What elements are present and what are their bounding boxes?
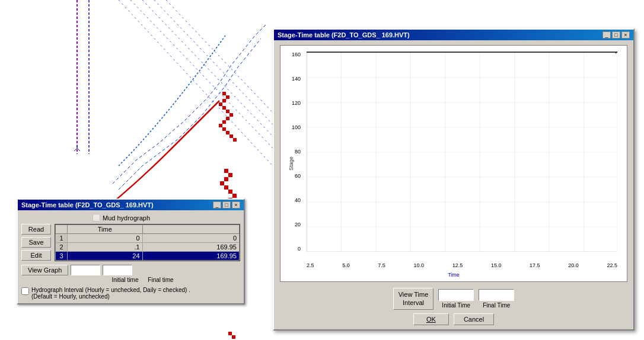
small-dialog-minimize-button[interactable]: _ xyxy=(213,201,221,209)
small-dialog-title: Stage-Time table (F2D_TO_GDS_ 169.HVT) xyxy=(21,201,154,209)
svg-rect-13 xyxy=(226,131,229,134)
x-label-17.5: 17.5 xyxy=(530,262,540,268)
svg-rect-10 xyxy=(222,120,226,124)
mud-hydrograph-checkbox[interactable] xyxy=(93,214,100,222)
main-dialog-minimize-button[interactable]: _ xyxy=(602,31,611,39)
small-buttons-group: Read Save Edit xyxy=(21,224,51,261)
svg-rect-12 xyxy=(222,127,226,131)
svg-rect-33 xyxy=(228,332,232,335)
x-label-22.5: 22.5 xyxy=(607,262,617,268)
save-button[interactable]: Save xyxy=(21,237,51,248)
final-time-input[interactable] xyxy=(479,289,514,301)
svg-rect-26 xyxy=(224,177,228,181)
view-time-interval-button[interactable]: View TimeInterval xyxy=(393,288,434,310)
main-dialog-close-button[interactable]: × xyxy=(621,31,630,39)
row-val-3: 169.95 xyxy=(142,252,239,261)
table-row: 2 .1 169.95 xyxy=(56,243,240,252)
hydrograph-interval-label: Hydrograph Interval (Hourly = unchecked,… xyxy=(31,287,190,300)
mud-hydrograph-row: Mud hydrograph xyxy=(93,214,240,222)
svg-rect-4 xyxy=(222,99,226,102)
svg-rect-30 xyxy=(232,194,237,198)
svg-rect-3 xyxy=(226,95,229,99)
main-dialog: Stage-Time table (F2D_TO_GDS_ 169.HVT) _… xyxy=(273,28,635,331)
chart-svg xyxy=(307,52,617,252)
final-time-input-small[interactable] xyxy=(103,265,132,275)
small-dialog: Stage-Time table (F2D_TO_GDS_ 169.HVT) _… xyxy=(17,198,245,304)
svg-rect-27 xyxy=(220,181,224,185)
svg-rect-34 xyxy=(232,335,235,339)
col-header-value xyxy=(142,225,239,234)
row-time-3: 24 xyxy=(68,252,143,261)
row-val-1: 0 xyxy=(142,234,239,243)
svg-rect-29 xyxy=(228,190,232,194)
x-label-10.0: 10.0 xyxy=(414,262,425,268)
y-label-80: 80 xyxy=(295,149,301,155)
svg-rect-6 xyxy=(222,106,226,110)
row-time-1: 0 xyxy=(68,234,143,243)
y-label-140: 140 xyxy=(292,76,301,82)
svg-rect-28 xyxy=(224,185,228,190)
small-dialog-close-button[interactable]: × xyxy=(232,201,240,209)
table-row: 1 0 0 xyxy=(56,234,240,243)
small-dialog-titlebar: Stage-Time table (F2D_TO_GDS_ 169.HVT) _… xyxy=(18,200,244,210)
view-graph-row: View Graph xyxy=(21,265,240,275)
y-label-100: 100 xyxy=(292,124,301,130)
row-time-2: .1 xyxy=(68,243,143,252)
data-table-container: Time 1 0 0 2 .1 169.95 xyxy=(55,224,240,261)
main-dialog-maximize-button[interactable]: □ xyxy=(612,31,620,39)
cancel-button[interactable]: Cancel xyxy=(454,313,494,325)
ok-button[interactable]: OK xyxy=(413,313,449,325)
svg-rect-5 xyxy=(219,102,222,106)
x-axis-title: Time xyxy=(448,272,460,278)
dialog-footer: View TimeInterval Initial Time Final Tim… xyxy=(274,284,633,313)
y-label-120: 120 xyxy=(292,100,301,106)
svg-rect-14 xyxy=(229,134,233,138)
x-label-15.0: 15.0 xyxy=(491,262,502,268)
svg-line-39 xyxy=(166,0,273,113)
hydrograph-interval-checkbox[interactable] xyxy=(21,287,29,295)
svg-rect-11 xyxy=(219,124,222,127)
ok-cancel-row: OK Cancel xyxy=(274,313,633,330)
small-dialog-titlebar-buttons: _ □ × xyxy=(213,201,240,209)
initial-time-input[interactable] xyxy=(438,289,474,301)
table-row-selected: 3 24 169.95 xyxy=(56,252,240,261)
edit-button[interactable]: Edit xyxy=(21,250,51,261)
x-label-12.5: 12.5 xyxy=(452,262,463,268)
data-table: Time 1 0 0 2 .1 169.95 xyxy=(55,224,240,261)
col-header-time: Time xyxy=(68,225,143,234)
y-label-160: 160 xyxy=(292,52,301,57)
svg-rect-15 xyxy=(233,138,237,142)
main-dialog-titlebar: Stage-Time table (F2D_TO_GDS_ 169.HVT) _… xyxy=(274,30,633,40)
y-label-60: 60 xyxy=(295,173,301,179)
y-label-20: 20 xyxy=(295,222,301,227)
x-label-20.0: 20.0 xyxy=(568,262,579,268)
y-label-0: 0 xyxy=(298,246,301,252)
svg-rect-8 xyxy=(229,113,233,117)
row-num-2: 2 xyxy=(56,243,68,252)
col-header-num xyxy=(56,225,68,234)
small-dialog-maximize-button[interactable]: □ xyxy=(222,201,231,209)
view-graph-button[interactable]: View Graph xyxy=(21,265,68,275)
svg-line-37 xyxy=(142,0,273,136)
row-val-2: 169.95 xyxy=(142,243,239,252)
small-dialog-content: Read Save Edit Time 1 xyxy=(21,224,240,261)
row-num-3: 3 xyxy=(56,252,68,261)
y-axis-labels: 0 20 40 60 80 100 120 140 160 xyxy=(280,52,303,252)
final-time-label: Final Time xyxy=(483,302,510,309)
read-button[interactable]: Read xyxy=(21,224,51,235)
small-dialog-body: Mud hydrograph Read Save Edit Time xyxy=(18,210,244,303)
chart-area: Stage 0 20 40 60 80 100 120 140 160 xyxy=(280,45,627,282)
mud-hydrograph-label: Mud hydrograph xyxy=(103,214,150,222)
x-axis-labels: 2.5 5.0 7.5 10.0 12.5 15.0 17.5 20.0 22.… xyxy=(307,262,617,268)
x-label-7.5: 7.5 xyxy=(378,262,385,268)
svg-line-36 xyxy=(130,0,273,148)
svg-rect-7 xyxy=(226,110,229,113)
initial-time-label: Initial Time xyxy=(442,302,470,309)
main-dialog-title: Stage-Time table (F2D_TO_GDS_ 169.HVT) xyxy=(278,31,410,39)
y-label-40: 40 xyxy=(295,197,301,203)
hydrograph-interval-row: Hydrograph Interval (Hourly = unchecked,… xyxy=(21,287,240,300)
svg-line-35 xyxy=(119,0,273,166)
initial-time-input-small[interactable] xyxy=(71,265,100,275)
row-num-1: 1 xyxy=(56,234,68,243)
svg-rect-25 xyxy=(228,173,232,177)
